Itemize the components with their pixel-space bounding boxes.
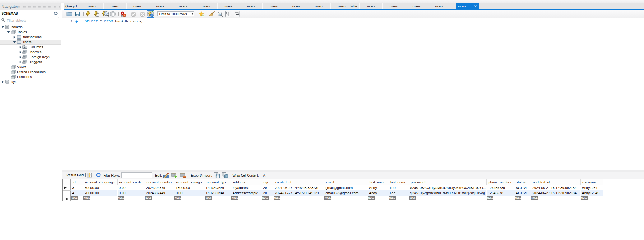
svg-text:A: A — [263, 174, 266, 178]
svg-text:A: A — [219, 12, 221, 15]
